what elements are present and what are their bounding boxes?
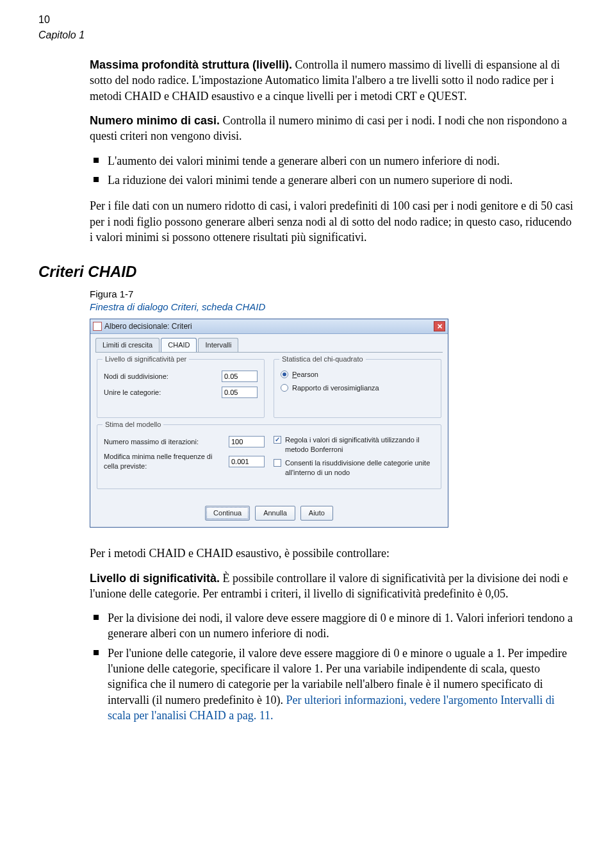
tab-strip: Limiti di crescita CHAID Intervalli (90, 334, 448, 352)
group-chi-square: Statistica del chi-quadrato Pearson Rapp… (274, 359, 441, 418)
group-legend: Statistica del chi-quadrato (279, 355, 366, 364)
paragraph-max-depth: Massima profondità struttura (livelli). … (90, 57, 577, 104)
list-item: Per la divisione dei nodi, il valore dev… (90, 610, 577, 642)
chapter-label: Capitolo 1 (38, 28, 577, 42)
tab-chaid[interactable]: CHAID (161, 338, 197, 352)
label-min-change: Modifica minima nelle frequenze di cella… (104, 452, 224, 471)
radio-icon (281, 384, 288, 392)
input-min-change[interactable] (229, 456, 265, 467)
radio-label: Rapporto di verosimiglianza (292, 383, 379, 393)
bullet-list-1: L'aumento dei valori minimi tende a gene… (90, 153, 577, 188)
bullet-list-2: Per la divisione dei nodi, il valore dev… (90, 610, 577, 723)
checkbox-resplit[interactable]: Consenti la risuddivisione delle categor… (274, 458, 434, 478)
figure-label: Figura 1-7 (90, 288, 577, 301)
list-item: La riduzione dei valori minimi tende a g… (90, 172, 577, 188)
criteria-dialog: Albero decisionale: Criteri ✕ Limiti di … (90, 319, 448, 528)
page-number: 10 (38, 13, 577, 27)
continue-button[interactable]: Continua (205, 506, 250, 521)
app-icon (93, 322, 102, 331)
checkbox-icon (274, 459, 281, 467)
tab-intervalli[interactable]: Intervalli (198, 338, 238, 352)
checkbox-icon (274, 436, 281, 444)
paragraph-min-cases: Numero minimo di casi. Controlla il nume… (90, 113, 577, 144)
radio-pearson[interactable]: Pearson (281, 370, 434, 380)
input-merge-categories[interactable] (222, 387, 258, 398)
group-legend: Livello di significatività per (102, 355, 189, 364)
input-max-iterations[interactable] (229, 436, 265, 447)
paragraph-defaults: Per i file dati con un numero ridotto di… (90, 198, 577, 245)
close-icon: ✕ (437, 322, 443, 331)
group-significance: Livello di significatività per Nodi di s… (97, 359, 265, 418)
list-item: Per l'unione delle categorie, il valore … (90, 646, 577, 723)
paragraph-significance: Livello di significatività. È possibile … (90, 571, 577, 602)
radio-icon (281, 371, 288, 378)
figure-caption: Finestra di dialogo Criteri, scheda CHAI… (90, 301, 577, 313)
cancel-button[interactable]: Annulla (255, 506, 295, 521)
checkbox-label: Consenti la risuddivisione delle categor… (285, 458, 434, 478)
dialog-button-row: Continua Annulla Aiuto (90, 501, 448, 527)
close-button[interactable]: ✕ (434, 321, 445, 331)
label-min-cases: Numero minimo di casi. (90, 114, 220, 127)
paragraph-chaid-intro: Per i metodi CHAID e CHAID esaustivo, è … (90, 546, 577, 561)
checkbox-label: Regola i valori di significatività utili… (285, 435, 434, 455)
input-split-nodes[interactable] (222, 371, 258, 382)
label-split-nodes: Nodi di suddivisione: (104, 372, 217, 381)
section-heading-criteri-chaid: Criteri CHAID (38, 262, 577, 282)
label-significance: Livello di significatività. (90, 572, 220, 585)
radio-label: Pearson (292, 370, 318, 380)
list-item: L'aumento dei valori minimi tende a gene… (90, 153, 577, 169)
group-legend: Stima del modello (102, 420, 163, 430)
dialog-titlebar: Albero decisionale: Criteri ✕ (90, 319, 448, 334)
group-model-estimation: Stima del modello Numero massimo di iter… (97, 424, 441, 489)
dialog-title: Albero decisionale: Criteri (104, 321, 192, 331)
label-max-iterations: Numero massimo di iterazioni: (104, 437, 224, 447)
checkbox-bonferroni[interactable]: Regola i valori di significatività utili… (274, 435, 434, 455)
radio-likelihood-ratio[interactable]: Rapporto di verosimiglianza (281, 383, 434, 393)
label-max-depth: Massima profondità struttura (livelli). (90, 58, 292, 71)
label-merge-categories: Unire le categorie: (104, 388, 217, 397)
tab-limiti-di-crescita[interactable]: Limiti di crescita (95, 338, 160, 352)
help-button[interactable]: Aiuto (300, 506, 333, 521)
